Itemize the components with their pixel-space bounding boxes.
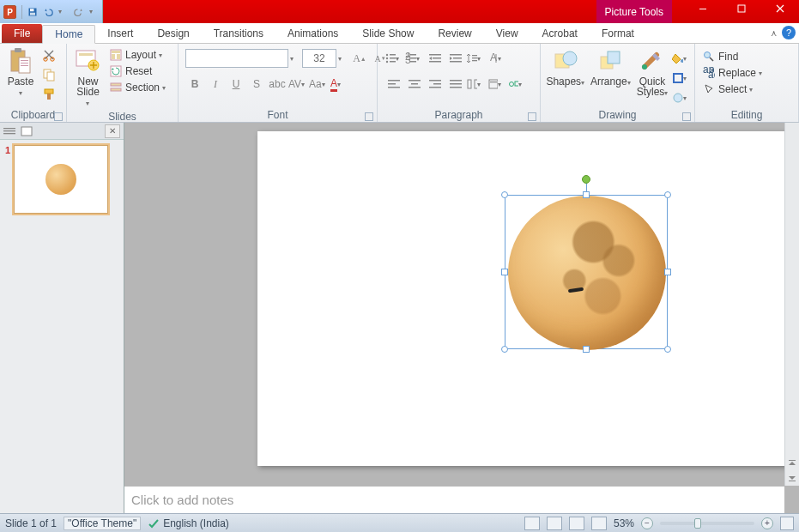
moon-image[interactable] xyxy=(508,196,666,350)
redo-icon[interactable] xyxy=(74,7,84,17)
resize-handle-tl[interactable] xyxy=(501,191,508,198)
notes-pane[interactable]: Click to add notes xyxy=(124,486,784,513)
zoom-slider-thumb[interactable] xyxy=(694,518,701,529)
font-color-button[interactable]: A▾ xyxy=(330,75,348,94)
slides-tab-icon[interactable] xyxy=(21,126,33,136)
tab-transitions[interactable]: Transitions xyxy=(202,24,275,43)
align-center-button[interactable] xyxy=(405,75,424,94)
shape-fill-button[interactable]: ▾ xyxy=(672,49,691,68)
char-spacing-button[interactable]: AV▾ xyxy=(288,75,307,94)
bold-button[interactable]: B xyxy=(185,75,204,94)
tab-view[interactable]: View xyxy=(484,24,530,43)
resize-handle-t[interactable] xyxy=(583,191,590,198)
zoom-in-button[interactable]: + xyxy=(761,517,773,529)
section-button[interactable]: Section▾ xyxy=(107,80,174,95)
close-button[interactable] xyxy=(760,0,799,17)
file-tab[interactable]: File xyxy=(2,24,42,43)
align-right-button[interactable] xyxy=(426,75,445,94)
strikethrough-button[interactable]: S xyxy=(247,75,266,94)
fit-to-window-button[interactable] xyxy=(780,517,794,530)
change-case-button[interactable]: Aa▾ xyxy=(309,75,328,94)
tab-design[interactable]: Design xyxy=(145,24,201,43)
paragraph-dialog-launcher[interactable] xyxy=(528,112,536,121)
increase-indent-button[interactable] xyxy=(446,49,465,68)
tab-home[interactable]: Home xyxy=(42,25,95,44)
numbering-button[interactable]: 123▾ xyxy=(405,49,424,68)
zoom-value[interactable]: 53% xyxy=(614,517,634,529)
shape-outline-button[interactable]: ▾ xyxy=(672,69,691,88)
tab-animations[interactable]: Animations xyxy=(275,24,350,43)
quick-styles-button[interactable]: Quick Styles▾ xyxy=(634,45,670,100)
font-name-input[interactable] xyxy=(185,49,288,68)
tab-format[interactable]: Format xyxy=(590,24,646,43)
maximize-button[interactable] xyxy=(722,0,760,17)
italic-button[interactable]: I xyxy=(206,75,225,94)
clipboard-dialog-launcher[interactable] xyxy=(54,112,63,121)
select-button[interactable]: Select▾ xyxy=(700,82,761,97)
zoom-out-button[interactable]: − xyxy=(641,517,653,529)
line-spacing-button[interactable]: ▾ xyxy=(467,49,486,68)
undo-icon[interactable] xyxy=(43,7,53,17)
resize-handle-r[interactable] xyxy=(664,269,671,275)
picture-selection[interactable] xyxy=(505,195,668,349)
close-pane-button[interactable]: ✕ xyxy=(105,124,120,138)
resize-handle-b[interactable] xyxy=(583,346,590,353)
columns-button[interactable]: ▾ xyxy=(467,75,486,94)
align-left-button[interactable] xyxy=(384,75,403,94)
slide[interactable] xyxy=(257,131,799,466)
format-painter-button[interactable] xyxy=(39,85,58,104)
tab-review[interactable]: Review xyxy=(426,24,483,43)
vertical-scrollbar[interactable] xyxy=(784,123,799,486)
underline-button[interactable]: U xyxy=(227,75,245,94)
drawing-dialog-launcher[interactable] xyxy=(682,112,691,121)
undo-dropdown-icon[interactable]: ▾ xyxy=(58,8,68,15)
resize-handle-tr[interactable] xyxy=(664,191,671,198)
normal-view-button[interactable] xyxy=(524,517,540,530)
help-icon[interactable]: ? xyxy=(782,26,796,39)
save-icon[interactable] xyxy=(27,7,38,17)
cut-button[interactable] xyxy=(39,45,58,64)
justify-button[interactable] xyxy=(446,75,465,94)
new-slide-button[interactable]: New Slide ▾ xyxy=(70,45,106,111)
font-size-input[interactable] xyxy=(302,49,336,68)
collapse-ribbon-icon[interactable]: ⋏ xyxy=(771,28,777,38)
tab-acrobat[interactable]: Acrobat xyxy=(530,24,590,43)
arrange-button[interactable]: Arrange▾ xyxy=(589,45,633,90)
qat-customize-icon[interactable]: ▾ xyxy=(89,8,99,15)
tab-insert[interactable]: Insert xyxy=(95,24,145,43)
layout-button[interactable]: Layout▾ xyxy=(107,47,174,63)
app-icon[interactable]: P xyxy=(3,5,16,19)
resize-handle-br[interactable] xyxy=(664,346,671,353)
copy-button[interactable] xyxy=(39,65,58,84)
resize-handle-bl[interactable] xyxy=(501,346,508,353)
bullets-button[interactable]: ▾ xyxy=(384,49,403,68)
canvas-area[interactable] xyxy=(124,123,799,486)
align-text-button[interactable]: ▾ xyxy=(487,75,506,94)
zoom-slider[interactable] xyxy=(660,522,754,525)
decrease-indent-button[interactable] xyxy=(426,49,445,68)
minimize-button[interactable] xyxy=(683,0,722,17)
slide-thumbnail-1[interactable] xyxy=(14,145,108,214)
grow-font-button[interactable]: A▲ xyxy=(350,49,369,68)
language-button[interactable]: English (India) xyxy=(148,517,229,529)
text-direction-button[interactable]: A▾ xyxy=(487,49,506,68)
outline-tab-icon[interactable] xyxy=(3,126,15,136)
rotate-handle[interactable] xyxy=(582,175,590,184)
shadow-button[interactable]: abc xyxy=(268,75,287,94)
font-size-dropdown-icon[interactable]: ▾ xyxy=(338,55,348,63)
slideshow-view-button[interactable] xyxy=(591,517,607,530)
paste-button[interactable]: Paste▾ xyxy=(3,45,38,100)
tab-slideshow[interactable]: Slide Show xyxy=(350,24,426,43)
prev-slide-button[interactable] xyxy=(787,458,798,469)
shape-effects-button[interactable]: ▾ xyxy=(672,88,691,107)
font-dialog-launcher[interactable] xyxy=(365,112,373,121)
reset-button[interactable]: Reset xyxy=(107,63,174,79)
font-name-dropdown-icon[interactable]: ▾ xyxy=(290,55,300,63)
smartart-button[interactable]: ▾ xyxy=(508,75,527,94)
sorter-view-button[interactable] xyxy=(547,517,562,530)
shapes-button[interactable]: Shapes▾ xyxy=(544,45,587,90)
find-button[interactable]: Find xyxy=(700,49,740,64)
resize-handle-l[interactable] xyxy=(501,269,508,275)
next-slide-button[interactable] xyxy=(787,471,798,482)
replace-button[interactable]: abacReplace▾ xyxy=(700,65,771,81)
